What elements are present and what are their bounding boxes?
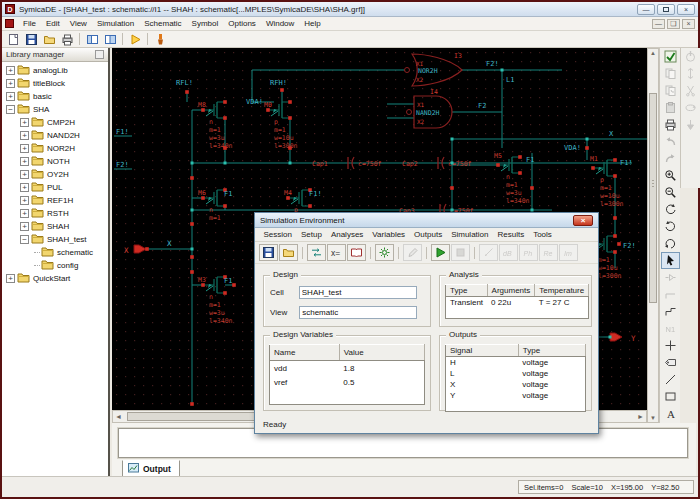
wire1-button [661, 286, 680, 303]
svg-text:I4: I4 [430, 88, 438, 96]
design-variables-table[interactable]: NameValuevdd1.8vref0.5 [269, 344, 425, 405]
menu-symbol[interactable]: Symbol [187, 19, 224, 28]
menu-options[interactable]: Options [223, 19, 261, 28]
rotate3-button[interactable] [661, 235, 680, 252]
tree-expander-icon[interactable]: + [20, 170, 29, 179]
layout1-button[interactable] [83, 32, 101, 47]
dialog-close-button[interactable]: × [573, 215, 593, 226]
print2-button[interactable] [661, 116, 680, 133]
tab-output[interactable]: Output [122, 460, 180, 477]
check-button[interactable] [661, 48, 680, 65]
layout2-button[interactable] [101, 32, 119, 47]
tree-item-shah[interactable]: +SHAH [2, 220, 108, 233]
analysis-table[interactable]: TypeArgumentsTemperatureTransient0 22uT … [445, 284, 589, 319]
tree-item-ref1h[interactable]: +REF1H [2, 194, 108, 207]
dialog-menu-setup[interactable]: Setup [296, 230, 326, 239]
menu-window[interactable]: Window [261, 19, 299, 28]
wire2-button[interactable] [661, 303, 680, 320]
tree-expander-icon[interactable]: − [6, 105, 15, 114]
tree-expander-icon[interactable]: − [20, 235, 29, 244]
tree-item-rsth[interactable]: +RSTH [2, 207, 108, 220]
restore-button[interactable] [657, 4, 675, 15]
rect-button[interactable] [661, 388, 680, 405]
dialog-menu-simulation[interactable]: Simulation [447, 230, 493, 239]
tree-expander-icon[interactable]: + [20, 196, 29, 205]
mdi-minimize-button[interactable]: — [652, 19, 665, 29]
outputs-table[interactable]: SignalTypeHvoltageLvoltageXvoltageYvolta… [445, 344, 586, 412]
view-field[interactable] [299, 306, 417, 319]
scroll-down-icon[interactable]: ▼ [648, 415, 658, 421]
menu-help[interactable]: Help [299, 19, 325, 28]
play2-button[interactable] [431, 244, 450, 261]
save-button[interactable] [259, 244, 278, 261]
dialog-menu-analyses[interactable]: Analyses [326, 230, 367, 239]
tree-item-pul[interactable]: +PUL [2, 181, 108, 194]
cursor-button[interactable] [661, 252, 680, 269]
save-button[interactable] [22, 32, 40, 47]
menu-file[interactable]: File [18, 19, 41, 28]
tree-expander-icon[interactable]: + [6, 79, 15, 88]
tree-expander-icon[interactable]: + [20, 183, 29, 192]
print-button[interactable] [58, 32, 76, 47]
menu-edit[interactable]: Edit [41, 19, 65, 28]
scroll-up-icon[interactable]: ▲ [648, 50, 658, 56]
page-button[interactable] [4, 32, 22, 47]
gear-button[interactable] [375, 244, 394, 261]
dialog-menu-tools[interactable]: Tools [529, 230, 557, 239]
rotate1-button[interactable] [661, 201, 680, 218]
open-button[interactable] [40, 32, 58, 47]
menu-simulation[interactable]: Simulation [92, 19, 139, 28]
dialog-menu-session[interactable]: Session [259, 230, 296, 239]
mdi-restore-button[interactable]: ❏ [667, 19, 680, 29]
library-tree: +analogLib+titleBlock+basic−SHA+CMP2H+NA… [2, 62, 108, 285]
open-button[interactable] [279, 244, 298, 261]
zoomin-button[interactable] [661, 167, 680, 184]
library-panel: Library manager +analogLib+titleBlock+ba… [2, 48, 110, 476]
rotate2-button[interactable] [661, 218, 680, 235]
tree-item-sha[interactable]: −SHA [2, 103, 108, 116]
dialog-menu-variables[interactable]: Variables [368, 230, 410, 239]
dialog-menu-outputs[interactable]: Outputs [410, 230, 447, 239]
tree-expander-icon[interactable]: + [20, 222, 29, 231]
book-button[interactable] [347, 244, 366, 261]
tree-expander-icon[interactable]: + [6, 92, 15, 101]
svg-text:n: n [209, 206, 213, 214]
swap-button[interactable] [307, 244, 326, 261]
zoomout-button[interactable] [661, 184, 680, 201]
tree-expander-icon[interactable]: + [20, 144, 29, 153]
tree-item-noth[interactable]: +NOTH [2, 155, 108, 168]
text-button[interactable]: A [661, 405, 680, 422]
dialog-menu-results[interactable]: Results [493, 230, 529, 239]
cell-field[interactable] [299, 286, 417, 299]
play-button[interactable] [126, 32, 144, 47]
tree-expander-icon[interactable]: + [20, 209, 29, 218]
menu-view[interactable]: View [65, 19, 92, 28]
plug-button[interactable] [151, 32, 169, 47]
tree-item-shah_test[interactable]: −SHAH_test [2, 233, 108, 246]
probe-button[interactable] [661, 354, 680, 371]
scroll-right-icon[interactable]: ► [637, 413, 644, 420]
mdi-close-button[interactable]: × [682, 19, 695, 29]
tree-expander-icon[interactable]: + [20, 118, 29, 127]
tree-item-oy2h[interactable]: +OY2H [2, 168, 108, 181]
tree-item-nor2h[interactable]: +NOR2H [2, 142, 108, 155]
vscroll-thumb[interactable] [649, 93, 657, 303]
library-pin-button[interactable] [95, 50, 104, 59]
tree-item-cmp2h[interactable]: +CMP2H [2, 116, 108, 129]
tree-expander-icon[interactable]: + [6, 274, 15, 283]
schematic-vscrollbar[interactable]: ▲ ▼ [647, 48, 659, 423]
close-button[interactable]: × [677, 4, 695, 15]
xvar-button[interactable]: x= [327, 244, 346, 261]
line-button[interactable] [661, 371, 680, 388]
tree-expander-icon[interactable]: + [6, 66, 15, 75]
right-toolbar-secondary [680, 48, 700, 188]
tree-item-nand2h[interactable]: +NAND2H [2, 129, 108, 142]
tree-expander-icon[interactable]: + [20, 157, 29, 166]
scroll-left-icon[interactable]: ◄ [115, 413, 122, 420]
tree-item-quickstart[interactable]: +QuickStart [2, 272, 108, 285]
pin-button[interactable] [661, 337, 680, 354]
tree-item-schematic[interactable]: schematic [2, 246, 108, 259]
tree-expander-icon[interactable]: + [20, 131, 29, 140]
minimize-button[interactable]: — [637, 4, 655, 15]
menu-schematic[interactable]: Schematic [139, 19, 186, 28]
